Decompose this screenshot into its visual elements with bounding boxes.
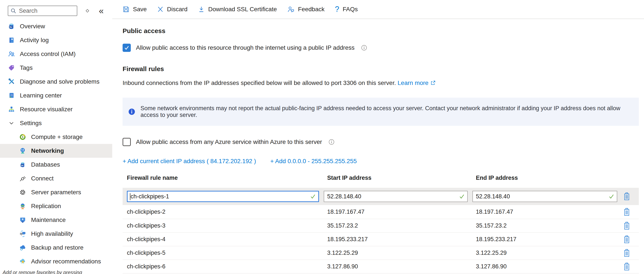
sidebar-item-replication[interactable]: Replication	[0, 199, 112, 213]
delete-rule-button[interactable]	[622, 191, 632, 202]
sidebar-item-label: Maintenance	[31, 216, 66, 223]
advisor-icon	[19, 258, 26, 265]
sidebar-item-label: Databases	[31, 161, 60, 168]
svg-text:DB: DB	[21, 164, 23, 167]
compute-storage-icon: $	[19, 133, 26, 141]
start-ip-cell: 35.157.23.2	[324, 222, 468, 229]
resource-nav: My Overview Activity log	[0, 20, 112, 268]
firewall-rule-row: ch-clickpipes-4 18.195.233.217 18.195.23…	[122, 232, 639, 246]
info-icon[interactable]	[361, 45, 367, 51]
sidebar-item-label: Backup and restore	[31, 244, 84, 251]
favorites-hint: Add or remove favorites by pressing Cmd+…	[2, 270, 112, 274]
public-access-checkbox[interactable]	[122, 44, 131, 52]
firewall-rule-row: ch-clickpipes-3 35.157.23.2 35.157.23.2	[122, 219, 639, 232]
sidebar-item-networking[interactable]: Networking	[0, 144, 112, 158]
download-ssl-label: Download SSL Certificate	[208, 6, 277, 13]
sidebar-item-databases[interactable]: DB Databases	[0, 158, 112, 172]
sidebar-item-label: Learning center	[20, 92, 62, 99]
sidebar-item-high-availability[interactable]: High availability	[0, 227, 112, 241]
resource-menu-sidebar: « My Overview	[0, 0, 112, 274]
download-ssl-certificate-button[interactable]: Download SSL Certificate	[193, 3, 282, 16]
public-access-checkbox-row: Allow public access to this resource thr…	[122, 44, 639, 52]
delete-rule-button[interactable]	[622, 221, 632, 231]
backup-cloud-icon	[19, 244, 26, 251]
chevron-down-icon	[8, 120, 15, 127]
public-access-checkbox-label: Allow public access to this resource thr…	[136, 44, 354, 51]
rule-name-cell: ch-clickpipes-3	[127, 222, 319, 229]
feedback-label: Feedback	[298, 6, 324, 13]
database-icon: DB	[19, 161, 26, 168]
faqs-button[interactable]: ? FAQs	[330, 3, 363, 16]
end-ip-cell: 35.157.23.2	[472, 222, 617, 229]
mysql-server-icon: My	[8, 23, 15, 30]
firewall-rules-table: Firewall rule name Start IP address End …	[122, 175, 639, 274]
delete-rule-button[interactable]	[622, 207, 632, 217]
delete-rule-button[interactable]	[622, 234, 632, 245]
firewall-rule-row: ch-clickpipes-2 18.197.167.47 18.197.167…	[122, 205, 639, 219]
start-ip-input[interactable]	[324, 191, 467, 202]
save-button[interactable]: Save	[122, 3, 152, 16]
sidebar-group-settings[interactable]: Settings	[0, 116, 112, 130]
sidebar-item-label: Advisor recommendations	[31, 258, 101, 265]
trash-icon	[623, 235, 630, 244]
sidebar-item-maintenance[interactable]: Maintenance	[0, 213, 112, 227]
public-access-heading: Public access	[122, 27, 639, 35]
network-info-banner: Some network environments may not report…	[122, 98, 639, 126]
sidebar-group-label: Settings	[20, 120, 42, 127]
info-filled-icon	[128, 108, 135, 116]
azure-services-checkbox[interactable]	[122, 138, 131, 146]
sidebar-item-label: Connect	[31, 175, 54, 182]
info-banner-text: Some network environments may not report…	[140, 105, 633, 118]
download-icon	[198, 6, 205, 13]
delete-rule-button[interactable]	[622, 248, 632, 258]
sidebar-item-compute-storage[interactable]: $ Compute + storage	[0, 130, 112, 144]
faqs-label: FAQs	[343, 6, 358, 13]
column-header-start-ip: Start IP address	[324, 175, 468, 181]
globe-stand-icon	[19, 202, 26, 210]
rule-name-input[interactable]	[128, 191, 318, 201]
sidebar-item-advisor[interactable]: Advisor recommendations	[0, 254, 112, 268]
discard-button[interactable]: Discard	[152, 3, 193, 16]
end-ip-cell: 18.197.167.47	[472, 208, 617, 215]
sidebar-item-learning-center[interactable]: 101 Learning center	[0, 89, 112, 102]
firewall-table-header: Firewall rule name Start IP address End …	[122, 175, 639, 188]
rule-name-cell: ch-clickpipes-2	[127, 208, 319, 215]
discard-label: Discard	[167, 6, 188, 13]
gear-icon	[19, 189, 26, 196]
sidebar-item-connect[interactable]: Connect	[0, 172, 112, 185]
sidebar-item-tags[interactable]: Tags	[0, 61, 112, 75]
firewall-rule-row: ch-clickpipes-5 3.122.25.29 3.122.25.29	[122, 246, 639, 259]
sidebar-item-resource-visualizer[interactable]: Resource visualizer	[0, 102, 112, 116]
tag-icon	[8, 64, 15, 72]
info-icon[interactable]	[328, 139, 334, 145]
add-all-ips-link[interactable]: + Add 0.0.0.0 - 255.255.255.255	[270, 158, 357, 165]
firewall-rule-row: ch-clickpipes-6 3.127.86.90 3.127.86.90	[122, 259, 639, 273]
favorites-hint-text: Add or remove favorites by pressing	[2, 270, 82, 274]
sidebar-item-label: Networking	[31, 147, 64, 154]
sidebar-item-backup-restore[interactable]: Backup and restore	[0, 241, 112, 254]
sidebar-item-activity-log[interactable]: Activity log	[0, 33, 112, 47]
learn-more-link[interactable]: Learn more	[398, 80, 428, 86]
maintenance-icon	[19, 216, 26, 224]
pin-menu-icon[interactable]	[84, 8, 90, 14]
sidebar-item-access-control[interactable]: Access control (IAM)	[0, 47, 112, 61]
sidebar-item-label: Tags	[20, 64, 32, 71]
networking-globe-icon	[19, 147, 26, 154]
feedback-icon	[287, 6, 294, 13]
svg-text:101: 101	[10, 94, 13, 96]
feedback-button[interactable]: Feedback	[282, 3, 330, 16]
rule-name-cell: ch-clickpipes-6	[127, 263, 319, 270]
svg-text:My: My	[10, 26, 12, 28]
end-ip-cell: 3.122.25.29	[472, 249, 617, 256]
valid-check-icon	[608, 194, 614, 199]
column-header-end-ip: End IP address	[472, 175, 617, 181]
end-ip-input[interactable]	[473, 191, 617, 202]
sidebar-searchbox	[8, 6, 77, 16]
sidebar-item-overview[interactable]: My Overview	[0, 20, 112, 33]
sidebar-item-diagnose[interactable]: Diagnose and solve problems	[0, 75, 112, 89]
add-client-ip-link[interactable]: + Add current client IP address ( 84.172…	[122, 158, 256, 165]
sidebar-item-server-parameters[interactable]: Server parameters	[0, 185, 112, 199]
collapse-sidebar-icon[interactable]: «	[99, 7, 104, 15]
search-input[interactable]	[19, 8, 75, 14]
delete-rule-button[interactable]	[622, 261, 632, 272]
